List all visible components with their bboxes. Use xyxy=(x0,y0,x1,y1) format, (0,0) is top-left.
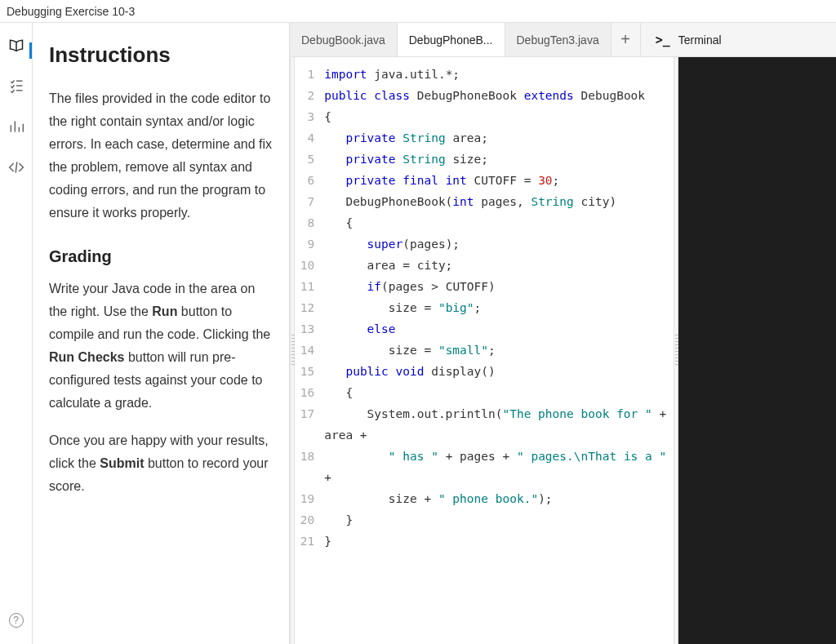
terminal-panel[interactable] xyxy=(678,57,836,644)
terminal-label: Terminal xyxy=(678,33,722,47)
resize-handle-left[interactable] xyxy=(290,57,295,644)
exercise-title: Debugging Exercise 10-3 xyxy=(7,5,135,18)
code-icon[interactable] xyxy=(7,158,25,176)
help-icon[interactable]: ? xyxy=(9,613,24,628)
checklist-icon[interactable] xyxy=(7,77,25,95)
tab-debugphonebook[interactable]: DebugPhoneB... xyxy=(398,23,505,56)
active-marker xyxy=(29,42,32,59)
instructions-panel: Instructions The files provided in the c… xyxy=(33,23,290,644)
left-icon-bar: ? xyxy=(0,23,33,644)
instructions-heading: Instructions xyxy=(49,42,273,68)
book-icon[interactable] xyxy=(7,36,25,54)
resize-grip xyxy=(675,335,678,367)
editor-body: 123456789101112131415161718192021 import… xyxy=(290,57,836,644)
chart-icon[interactable] xyxy=(7,118,25,135)
grading-para: Write your Java code in the area on the … xyxy=(49,278,273,415)
terminal-prompt-icon: >_ xyxy=(656,33,670,47)
main-area: ? Instructions The files provided in the… xyxy=(0,23,836,644)
grading-heading: Grading xyxy=(49,247,273,266)
instructions-intro: The files provided in the code editor to… xyxy=(49,87,273,224)
submit-bold: Submit xyxy=(100,456,144,470)
code-panel[interactable]: 123456789101112131415161718192021 import… xyxy=(295,57,674,644)
resize-grip xyxy=(291,335,295,367)
tab-debugbook[interactable]: DebugBook.java xyxy=(290,23,398,56)
code-content[interactable]: import java.util.*;public class DebugPho… xyxy=(321,57,674,644)
title-bar: Debugging Exercise 10-3 xyxy=(0,0,836,23)
add-tab-button[interactable]: + xyxy=(611,23,641,56)
terminal-tab[interactable]: >_ Terminal xyxy=(641,23,736,56)
tab-debugten3[interactable]: DebugTen3.java xyxy=(505,23,611,56)
submit-para: Once you are happy with your results, cl… xyxy=(49,429,273,498)
editor-area: DebugBook.java DebugPhoneB... DebugTen3.… xyxy=(290,23,836,644)
run-checks-bold: Run Checks xyxy=(49,350,124,364)
resize-handle-right[interactable] xyxy=(674,57,678,644)
run-bold: Run xyxy=(152,304,177,318)
file-tabs: DebugBook.java DebugPhoneB... DebugTen3.… xyxy=(290,23,836,57)
line-gutter: 123456789101112131415161718192021 xyxy=(295,57,321,644)
